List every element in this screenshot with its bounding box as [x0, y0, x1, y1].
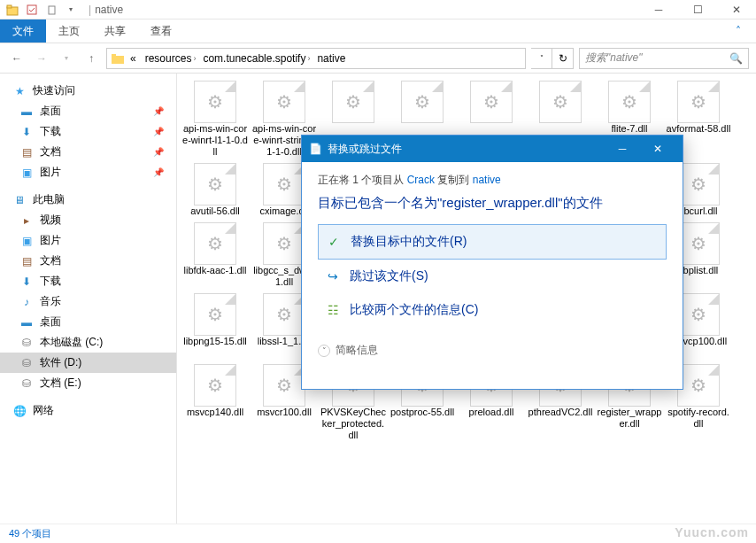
sidebar-this-pc[interactable]: 🖥此电脑	[0, 190, 176, 210]
tab-file[interactable]: 文件	[0, 19, 46, 43]
breadcrumb-item[interactable]: resources›	[142, 52, 200, 65]
file-name: spotify-record.dll	[666, 407, 731, 430]
dest-link[interactable]: native	[473, 174, 501, 186]
sidebar-videos[interactable]: ▸视频	[0, 210, 176, 230]
file-thumb: ⚙	[677, 81, 720, 123]
sidebar-drive-d[interactable]: ⛁软件 (D:)	[0, 353, 176, 373]
sidebar-music[interactable]: ♪音乐	[0, 291, 176, 312]
tab-home[interactable]: 主页	[46, 19, 92, 43]
sidebar-network[interactable]: 🌐网络	[0, 400, 176, 421]
pin-icon: 📌	[153, 127, 164, 136]
star-icon: ★	[12, 84, 27, 98]
source-link[interactable]: Crack	[407, 174, 435, 186]
more-details[interactable]: ˅ 简略信息	[318, 343, 667, 358]
tab-view[interactable]: 查看	[138, 19, 184, 43]
dialog-minimize[interactable]: ─	[605, 136, 640, 161]
quick-access-toolbar: ▾	[0, 2, 83, 18]
folder-icon	[109, 53, 127, 64]
dialog-heading: 目标已包含一个名为"register_wrapper.dll"的文件	[318, 195, 667, 212]
pc-icon: 🖥	[12, 193, 27, 207]
qat-dropdown[interactable]: ▾	[62, 2, 80, 18]
drive-icon: ⛁	[19, 336, 34, 350]
breadcrumb-root[interactable]: «	[127, 52, 142, 65]
ribbon-expand-button[interactable]: ˄	[721, 19, 756, 43]
gear-icon: ⚙	[207, 375, 223, 396]
sidebar-quick-access[interactable]: ★快速访问	[0, 81, 176, 101]
file-thumb: ⚙	[608, 81, 651, 123]
history-dropdown[interactable]: ▾	[57, 49, 76, 68]
gear-icon: ⚙	[690, 304, 706, 325]
gear-icon: ⚙	[276, 304, 292, 325]
pin-icon: 📌	[153, 167, 164, 177]
file-item[interactable]: ⚙libfdk-aac-1.dll	[181, 221, 250, 290]
file-name: avformat-58.dll	[667, 123, 731, 135]
gear-icon: ⚙	[276, 91, 292, 112]
desktop-icon: ▬	[19, 315, 34, 330]
option-skip[interactable]: ↪ 跳过该文件(S)	[318, 260, 667, 293]
search-input[interactable]: 搜索"native" 🔍	[579, 48, 749, 69]
up-button[interactable]: ↑	[81, 49, 101, 68]
qat-item[interactable]	[23, 2, 41, 18]
document-icon: ▤	[19, 145, 34, 159]
gear-icon: ⚙	[345, 91, 361, 112]
gear-icon: ⚙	[414, 91, 430, 112]
title-bar: ▾ | native ─ ☐ ✕	[0, 0, 756, 19]
gear-icon: ⚙	[621, 91, 637, 112]
file-item[interactable]: ⚙api-ms-win-core-winrt-l1-1-0.dll	[181, 79, 250, 159]
check-icon: ✓	[326, 235, 342, 249]
sidebar-pictures[interactable]: ▣图片📌	[0, 162, 176, 182]
sidebar-documents[interactable]: ▤文档📌	[0, 142, 176, 162]
sidebar-desktop[interactable]: ▬桌面📌	[0, 101, 176, 121]
address-dropdown[interactable]: ˅	[531, 48, 552, 69]
back-button[interactable]: ←	[7, 49, 27, 68]
sidebar-documents2[interactable]: ▤文档	[0, 251, 176, 271]
desktop-icon: ▬	[19, 105, 34, 119]
refresh-button[interactable]: ↻	[552, 48, 574, 69]
file-item[interactable]: ⚙libpng15-15.dll	[181, 291, 250, 361]
dialog-close[interactable]: ✕	[640, 136, 675, 161]
sidebar-pictures2[interactable]: ▣图片	[0, 230, 176, 251]
close-button[interactable]: ✕	[717, 0, 756, 19]
gear-icon: ⚙	[276, 233, 292, 254]
qat-item[interactable]	[42, 2, 60, 18]
tab-share[interactable]: 共享	[92, 19, 138, 43]
gear-icon: ⚙	[207, 174, 223, 195]
download-icon: ⬇	[19, 275, 34, 289]
dialog-body: 正在将 1 个项目从 Crack 复制到 native 目标已包含一个名为"re…	[302, 162, 683, 368]
maximize-button[interactable]: ☐	[678, 0, 717, 19]
gear-icon: ⚙	[207, 233, 223, 254]
gear-icon: ⚙	[483, 91, 499, 112]
sidebar-drive-c[interactable]: ⛁本地磁盘 (C:)	[0, 332, 176, 353]
address-buttons: ˅ ↻	[531, 48, 574, 69]
sidebar-drive-e[interactable]: ⛁文档 (E:)	[0, 373, 176, 393]
file-name: avutil-56.dll	[190, 206, 240, 217]
sidebar-desktop2[interactable]: ▬桌面	[0, 312, 176, 332]
option-replace[interactable]: ✓ 替换目标中的文件(R)	[318, 224, 667, 260]
file-name: flite-7.dll	[612, 123, 648, 135]
file-item[interactable]: ⚙msvcp140.dll	[181, 362, 250, 443]
gear-icon: ⚙	[207, 91, 223, 112]
file-thumb: ⚙	[263, 81, 305, 123]
watermark: Yuucn.com	[675, 525, 749, 539]
address-bar[interactable]: « resources› com.tunecable.spotify› nati…	[106, 48, 526, 69]
sidebar-downloads[interactable]: ⬇下载📌	[0, 121, 176, 142]
file-item[interactable]: ⚙avutil-56.dll	[181, 161, 250, 219]
breadcrumb-item[interactable]: com.tunecable.spotify›	[199, 52, 313, 65]
file-thumb: ⚙	[677, 222, 720, 265]
file-name: msvcp140.dll	[187, 407, 243, 418]
breadcrumb-item[interactable]: native	[313, 52, 349, 65]
minimize-button[interactable]: ─	[639, 0, 678, 19]
pin-icon: 📌	[153, 147, 164, 157]
ribbon-tabs: 文件 主页 共享 查看 ˄	[0, 19, 756, 43]
svg-rect-5	[112, 54, 116, 57]
sidebar-downloads2[interactable]: ⬇下载	[0, 271, 176, 291]
download-icon: ⬇	[19, 125, 34, 139]
option-compare[interactable]: ☷ 比较两个文件的信息(C)	[318, 293, 667, 327]
file-name: pthreadVC2.dll	[528, 407, 593, 418]
file-name: libpng15-15.dll	[183, 336, 247, 347]
file-thumb: ⚙	[263, 222, 305, 265]
search-placeholder: 搜索"native"	[585, 50, 643, 66]
forward-button[interactable]: →	[32, 49, 51, 68]
svg-rect-4	[112, 56, 124, 64]
music-icon: ♪	[19, 295, 34, 309]
